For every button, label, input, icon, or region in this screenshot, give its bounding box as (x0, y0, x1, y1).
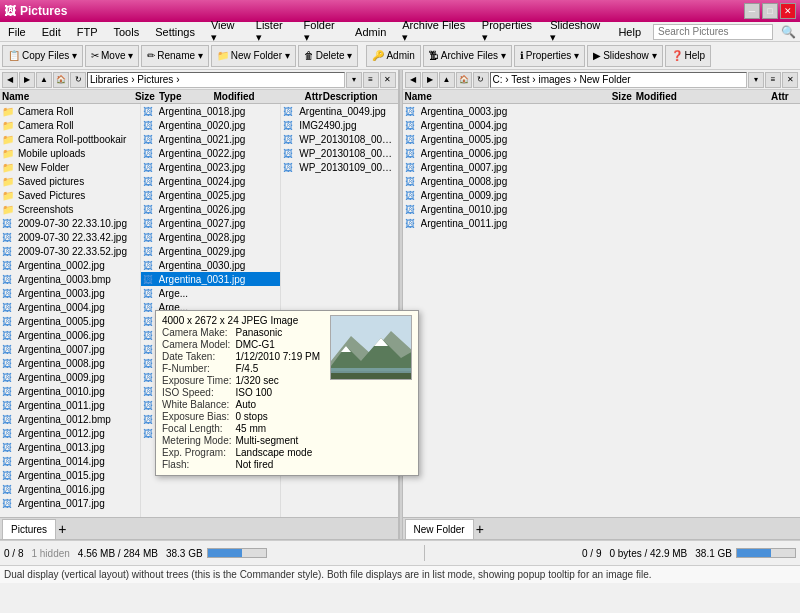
list-item[interactable]: 🖼Argentina_0012.jpg (0, 426, 140, 440)
list-item[interactable]: 📁New Folder (0, 160, 140, 174)
search-input[interactable] (653, 24, 773, 40)
list-item[interactable]: 🖼Argentina_0015.jpg (0, 468, 140, 482)
list-item[interactable]: 🖼Argentina_0020.jpg (141, 118, 281, 132)
list-item[interactable]: 🖼Argentina_0031.jpg (141, 272, 281, 286)
menu-view[interactable]: View ▾ (207, 18, 244, 45)
left-refresh-button[interactable]: ↻ (70, 72, 86, 88)
right-close-button[interactable]: ✕ (782, 72, 798, 88)
list-item[interactable]: 🖼Argentina_0009.jpg (0, 370, 140, 384)
list-item[interactable]: 🖼2009-07-30 22.33.52.jpg (0, 244, 140, 258)
list-item[interactable]: 🖼Argentina_0024.jpg (141, 174, 281, 188)
list-item[interactable]: 📁Camera Roll (0, 104, 140, 118)
list-item[interactable]: 🖼Argentina_0029.jpg (141, 244, 281, 258)
list-item[interactable]: 📁Mobile uploads (0, 146, 140, 160)
menu-folder[interactable]: Folder ▾ (300, 18, 344, 45)
left-path-expand-button[interactable]: ▾ (346, 72, 362, 88)
list-item[interactable]: 🖼Argentina_0003.bmp (0, 272, 140, 286)
list-item[interactable]: 🖼Argentina_0003.jpg (403, 104, 801, 118)
col-type-header[interactable]: Type (159, 91, 214, 102)
list-item[interactable]: 🖼Argentina_0004.jpg (403, 118, 801, 132)
admin-button[interactable]: 🔑 Admin (366, 45, 420, 67)
col-modified-header[interactable]: Modified (214, 91, 305, 102)
list-item[interactable]: 🖼Argentina_0006.jpg (0, 328, 140, 342)
list-item[interactable]: 🖼Argentina_0018.jpg (141, 104, 281, 118)
col-desc-header[interactable]: Description (323, 91, 396, 102)
list-item[interactable]: 🖼Argentina_0028.jpg (141, 230, 281, 244)
col-size-header[interactable]: Size (111, 91, 159, 102)
list-item[interactable]: 📁Saved pictures (0, 174, 140, 188)
list-item[interactable]: 🖼Arge... (141, 286, 281, 300)
right-forward-button[interactable]: ▶ (422, 72, 438, 88)
list-item[interactable]: 🖼2009-07-30 22.33.10.jpg (0, 216, 140, 230)
left-panel-settings-button[interactable]: ≡ (363, 72, 379, 88)
list-item[interactable]: 🖼Argentina_0027.jpg (141, 216, 281, 230)
left-up-button[interactable]: ▲ (36, 72, 52, 88)
left-back-button[interactable]: ◀ (2, 72, 18, 88)
list-item[interactable]: 🖼Argentina_0010.jpg (0, 384, 140, 398)
right-add-tab-button[interactable]: + (476, 521, 484, 537)
list-item[interactable]: 📁Screenshots (0, 202, 140, 216)
left-home-button[interactable]: 🏠 (53, 72, 69, 88)
right-up-button[interactable]: ▲ (439, 72, 455, 88)
menu-help[interactable]: Help (614, 25, 645, 39)
list-item[interactable]: 🖼Argentina_0008.jpg (403, 174, 801, 188)
left-forward-button[interactable]: ▶ (19, 72, 35, 88)
menu-file[interactable]: File (4, 25, 30, 39)
list-item[interactable]: 🖼Argentina_0006.jpg (403, 146, 801, 160)
menu-archive[interactable]: Archive Files ▾ (398, 18, 470, 45)
minimize-button[interactable]: ─ (744, 3, 760, 19)
menu-settings[interactable]: Settings (151, 25, 199, 39)
rename-button[interactable]: ✏ Rename ▾ (141, 45, 209, 67)
right-col-size-header[interactable]: Size (567, 91, 636, 102)
list-item[interactable]: 🖼Argentina_0011.jpg (0, 398, 140, 412)
list-item[interactable]: 🖼Argentina_0026.jpg (141, 202, 281, 216)
menu-ftp[interactable]: FTP (73, 25, 102, 39)
list-item[interactable]: 🖼Argentina_0002.jpg (0, 258, 140, 272)
list-item[interactable]: 🖼Argentina_0016.jpg (0, 482, 140, 496)
right-back-button[interactable]: ◀ (405, 72, 421, 88)
list-item[interactable]: 🖼Argentina_0010.jpg (403, 202, 801, 216)
right-col-modified-header[interactable]: Modified (636, 91, 771, 102)
archive-button[interactable]: 🗜 Archive Files ▾ (423, 45, 512, 67)
menu-tools[interactable]: Tools (109, 25, 143, 39)
help-button[interactable]: ❓ Help (665, 45, 712, 67)
right-panel-settings-button[interactable]: ≡ (765, 72, 781, 88)
list-item[interactable]: 🖼Argentina_0013.jpg (0, 440, 140, 454)
list-item[interactable]: 🖼IMG2490.jpg (281, 118, 397, 132)
menu-slideshow[interactable]: Slideshow ▾ (546, 18, 606, 45)
left-add-tab-button[interactable]: + (58, 521, 66, 537)
list-item[interactable]: 🖼Argentina_0017.jpg (0, 496, 140, 510)
list-item[interactable]: 🖼2009-07-30 22.33.42.jpg (0, 230, 140, 244)
list-item[interactable]: 🖼Argentina_0007.jpg (403, 160, 801, 174)
list-item[interactable]: 🖼WP_20130108_004.jpg (281, 146, 397, 160)
left-path-input[interactable] (87, 72, 345, 88)
list-item[interactable]: 🖼Argentina_0025.jpg (141, 188, 281, 202)
list-item[interactable]: 🖼Argentina_0003.jpg (0, 286, 140, 300)
right-refresh-button[interactable]: ↻ (473, 72, 489, 88)
new-folder-button[interactable]: 📁 New Folder ▾ (211, 45, 296, 67)
right-col-name-header[interactable]: Name (405, 91, 567, 102)
right-path-input[interactable] (490, 72, 748, 88)
left-close-button[interactable]: ✕ (380, 72, 396, 88)
right-home-button[interactable]: 🏠 (456, 72, 472, 88)
delete-button[interactable]: 🗑 Delete ▾ (298, 45, 359, 67)
list-item[interactable]: 🖼Argentina_0023.jpg (141, 160, 281, 174)
list-item[interactable]: 📁Camera Roll-pottbookair (0, 132, 140, 146)
right-panel-tab-newfolder[interactable]: New Folder (405, 519, 474, 539)
menu-lister[interactable]: Lister ▾ (252, 18, 292, 45)
properties-button[interactable]: ℹ Properties ▾ (514, 45, 585, 67)
list-item[interactable]: 📁Camera Roll (0, 118, 140, 132)
list-item[interactable]: 🖼Argentina_0014.jpg (0, 454, 140, 468)
move-button[interactable]: ✂ Move ▾ (85, 45, 139, 67)
list-item[interactable]: 🖼Argentina_0007.jpg (0, 342, 140, 356)
col-name-header[interactable]: Name (2, 91, 111, 102)
right-path-expand-button[interactable]: ▾ (748, 72, 764, 88)
search-icon[interactable]: 🔍 (781, 25, 796, 39)
list-item[interactable]: 📁Saved Pictures (0, 188, 140, 202)
copy-files-button[interactable]: 📋 Copy Files ▾ (2, 45, 83, 67)
list-item[interactable]: 🖼Argentina_0012.bmp (0, 412, 140, 426)
list-item[interactable]: 🖼Argentina_0005.jpg (403, 132, 801, 146)
close-button[interactable]: ✕ (780, 3, 796, 19)
col-attr-header[interactable]: Attr (305, 91, 323, 102)
right-col-attr-header[interactable]: Attr (771, 91, 798, 102)
